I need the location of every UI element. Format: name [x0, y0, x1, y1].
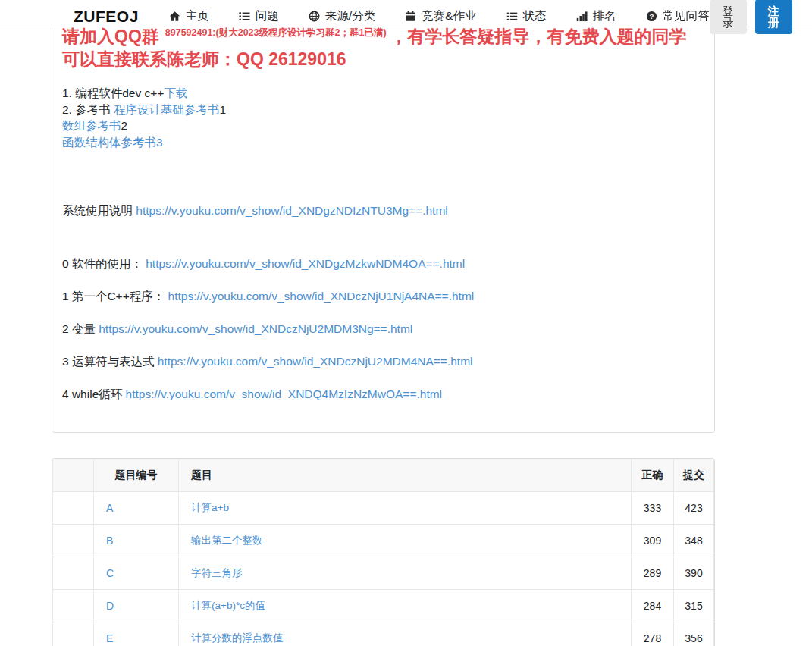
- problem-id-link[interactable]: A: [106, 502, 113, 514]
- video-url-link[interactable]: https://v.youku.com/v_show/id_XNDgzNDIzN…: [136, 204, 447, 217]
- nav-item-home[interactable]: 主页: [169, 8, 209, 24]
- resource-link[interactable]: 数组参考书: [62, 119, 121, 132]
- cell-problem-title: 计算(a+b)*c的值: [179, 590, 632, 622]
- notice-rest-text: ，有学长答疑指导，有免费入题的同学: [390, 27, 687, 46]
- cell-accepted-count: 278: [632, 622, 674, 646]
- video-label: 系统使用说明: [62, 204, 136, 217]
- home-icon: [169, 11, 180, 22]
- cell-submitted-count: 356: [674, 622, 714, 646]
- calendar-icon: [405, 11, 416, 22]
- nav-item-label: 常见问答: [663, 8, 710, 24]
- video-line: 0 软件的使用： https://v.youku.com/v_show/id_X…: [62, 256, 704, 271]
- resource-link[interactable]: 程序设计基础参考书: [114, 103, 220, 116]
- problem-id-link[interactable]: E: [106, 632, 113, 644]
- cell-submitted-count: 348: [674, 525, 714, 557]
- ranking-bars-icon: [576, 11, 588, 22]
- nav-item-label: 排名: [593, 8, 616, 24]
- cell-empty: [53, 557, 94, 590]
- video-label: 4 while循环: [62, 387, 126, 400]
- register-button[interactable]: 注册: [755, 0, 792, 34]
- nav-item-label: 状态: [523, 8, 547, 24]
- problem-title-link[interactable]: 计算分数的浮点数值: [191, 632, 284, 644]
- cell-problem-title: 输出第二个整数: [179, 525, 632, 557]
- problem-row: B输出第二个整数309348: [53, 525, 714, 557]
- cell-empty: [53, 590, 94, 622]
- video-label: 0 软件的使用：: [62, 257, 146, 270]
- video-line: 1 第一个C++程序： https://v.youku.com/v_show/i…: [62, 288, 704, 304]
- main-content: 请加入QQ群897592491:(财大2023级程序设计学习群2；群1已满)，有…: [52, 0, 715, 646]
- nav-item-list[interactable]: 问题: [239, 8, 279, 24]
- nav-item-question-circle[interactable]: ?常见问答: [646, 8, 710, 24]
- resource-link[interactable]: 函数结构体参考书3: [62, 136, 163, 149]
- nav-item-status-list[interactable]: 状态: [506, 8, 547, 24]
- nav-item-globe[interactable]: 来源/分类: [309, 8, 375, 24]
- problem-row: E计算分数的浮点数值278356: [53, 622, 714, 646]
- list-icon: [239, 11, 250, 22]
- notice-main-text: 请加入QQ群: [62, 27, 159, 46]
- problem-row: A计算a+b333423: [53, 492, 714, 525]
- header-accepted: 正确: [632, 459, 674, 492]
- video-link-list: 系统使用说明 https://v.youku.com/v_show/id_XND…: [62, 202, 704, 402]
- problems-table: 题目编号 题目 正确 提交 A计算a+b333423B输出第二个整数309348…: [52, 459, 714, 646]
- cell-accepted-count: 333: [632, 492, 674, 525]
- video-url-link[interactable]: https://v.youku.com/v_show/id_XNDczNjU2M…: [99, 322, 412, 335]
- resource-link[interactable]: 下载: [164, 86, 187, 99]
- cell-accepted-count: 284: [632, 590, 674, 622]
- resource-text: 1: [220, 103, 227, 116]
- resource-text: 2. 参考书: [62, 103, 114, 116]
- site-logo[interactable]: ZUFEOJ: [74, 8, 139, 26]
- problem-title-link[interactable]: 计算a+b: [191, 502, 229, 513]
- problem-id-link[interactable]: D: [106, 600, 114, 612]
- problem-row: D计算(a+b)*c的值284315: [53, 590, 714, 622]
- problem-title-link[interactable]: 计算(a+b)*c的值: [191, 600, 265, 611]
- video-url-link[interactable]: https://v.youku.com/v_show/id_XNDgzMzkwN…: [146, 257, 465, 270]
- video-url-link[interactable]: https://v.youku.com/v_show/id_XNDQ4MzIzN…: [126, 387, 443, 400]
- cell-submitted-count: 390: [674, 557, 714, 590]
- cell-submitted-count: 423: [674, 492, 714, 525]
- qq-group-notice-line2: 可以直接联系陈老师：QQ 26129016: [62, 48, 704, 71]
- nav-item-label: 问题: [256, 8, 279, 24]
- announcement-card: 请加入QQ群897592491:(财大2023级程序设计学习群2；群1已满)，有…: [52, 11, 715, 433]
- video-url-link[interactable]: https://v.youku.com/v_show/id_XNDczNjU2M…: [158, 355, 473, 368]
- resource-line: 函数结构体参考书3: [62, 134, 704, 151]
- qq-group-number: 897592491:(财大2023级程序设计学习群2；群1已满): [165, 27, 387, 38]
- resource-line: 2. 参考书 程序设计基础参考书1: [62, 102, 704, 118]
- video-line: 4 while循环 https://v.youku.com/v_show/id_…: [62, 386, 704, 402]
- nav-item-ranking-bars[interactable]: 排名: [576, 8, 616, 24]
- resource-text: 2: [121, 119, 128, 132]
- resource-text: 1. 编程软件dev c++: [62, 86, 164, 99]
- nav-item-label: 主页: [186, 8, 209, 24]
- cell-problem-id: D: [94, 590, 179, 622]
- problem-title-link[interactable]: 输出第二个整数: [191, 535, 263, 546]
- cell-accepted-count: 289: [632, 557, 674, 590]
- cell-problem-title: 计算a+b: [179, 492, 632, 525]
- navbar: ZUFEOJ 主页问题来源/分类竞赛&作业状态排名?常见问答 登录 注册: [0, 0, 812, 27]
- header-problem-title: 题目: [179, 459, 632, 492]
- nav-menu: 主页问题来源/分类竞赛&作业状态排名?常见问答: [169, 8, 710, 24]
- nav-item-label: 竞赛&作业: [422, 8, 476, 24]
- video-url-link[interactable]: https://v.youku.com/v_show/id_XNDczNjU1N…: [168, 290, 475, 303]
- cell-problem-id: E: [94, 622, 179, 646]
- video-line: 2 变量 https://v.youku.com/v_show/id_XNDcz…: [62, 321, 704, 337]
- header-problem-id: 题目编号: [94, 459, 179, 492]
- cell-submitted-count: 315: [674, 590, 714, 622]
- nav-item-calendar[interactable]: 竞赛&作业: [405, 8, 476, 24]
- cell-problem-title: 计算分数的浮点数值: [179, 622, 632, 646]
- svg-text:?: ?: [649, 12, 654, 20]
- nav-item-label: 来源/分类: [325, 8, 375, 24]
- problems-table-card: 题目编号 题目 正确 提交 A计算a+b333423B输出第二个整数309348…: [52, 458, 715, 646]
- table-header-row: 题目编号 题目 正确 提交: [53, 459, 714, 492]
- cell-problem-id: A: [94, 492, 179, 525]
- header-submitted: 提交: [674, 459, 714, 492]
- cell-empty: [53, 525, 94, 557]
- problem-id-link[interactable]: C: [106, 567, 114, 579]
- video-label: 1 第一个C++程序：: [62, 290, 168, 303]
- resource-line: 1. 编程软件dev c++下载: [62, 85, 704, 102]
- login-button[interactable]: 登录: [710, 0, 747, 34]
- question-circle-icon: ?: [646, 11, 657, 22]
- cell-accepted-count: 309: [632, 525, 674, 557]
- video-label: 3 运算符与表达式: [62, 355, 158, 368]
- problem-id-link[interactable]: B: [106, 535, 113, 547]
- problem-title-link[interactable]: 字符三角形: [191, 567, 243, 579]
- video-label: 2 变量: [62, 322, 99, 335]
